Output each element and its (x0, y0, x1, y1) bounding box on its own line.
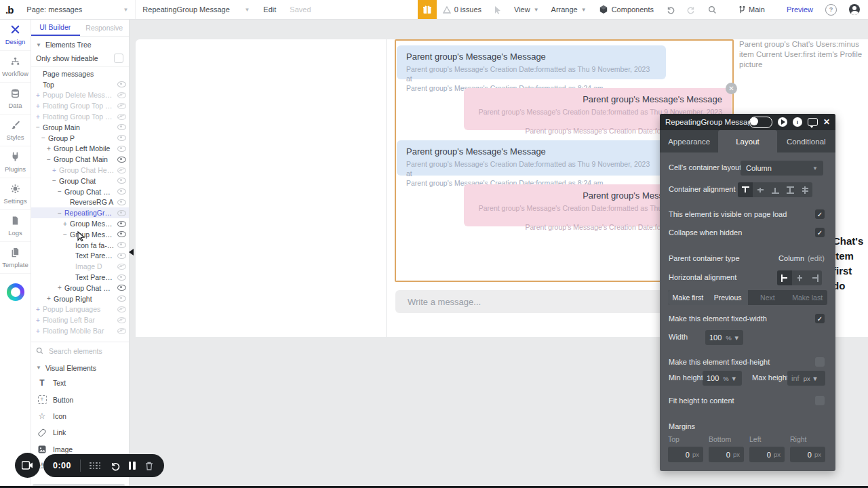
tree-item[interactable]: Top (31, 79, 129, 90)
visibility-eye-icon[interactable] (117, 167, 126, 174)
sidebar-item-styles[interactable]: Styles (0, 115, 31, 146)
visibility-eye-icon[interactable] (117, 221, 126, 227)
sidebar-item-data[interactable]: Data (0, 83, 31, 115)
expand-toggle-icon[interactable]: + (47, 145, 52, 152)
visibility-eye-icon[interactable] (117, 328, 126, 334)
expand-toggle-icon[interactable]: + (36, 327, 41, 335)
order-button-previous[interactable]: Previous (708, 290, 748, 305)
issues-indicator[interactable]: 0 issues (437, 0, 488, 19)
search-button[interactable] (702, 0, 723, 19)
visibility-eye-icon[interactable] (117, 124, 126, 130)
tree-item[interactable]: Text Parent gr... (31, 251, 129, 262)
close-icon[interactable]: ✕ (823, 117, 830, 127)
tree-item[interactable]: +Popup Delete Message (31, 90, 129, 101)
sidebar-item-plugins[interactable]: Plugins (0, 146, 31, 178)
order-button-make-first[interactable]: Make first (668, 290, 708, 305)
tree-item[interactable]: +Group Left Mobile (31, 144, 129, 155)
profile-picture-caption[interactable]: Parent group's Chat's Users:minus item C… (739, 39, 868, 70)
visibility-eye-icon[interactable] (117, 157, 126, 163)
tab-responsive[interactable]: Responsive (80, 19, 130, 36)
width-unit-dropdown[interactable]: % ▼ (726, 334, 740, 342)
expand-toggle-icon[interactable]: − (58, 188, 62, 195)
tree-item[interactable]: +Group Chat Header ... (31, 283, 129, 293)
tab-ui-builder[interactable]: UI Builder (31, 19, 80, 36)
expand-toggle-icon[interactable]: + (47, 295, 52, 302)
fixed-width-checkbox[interactable]: ✓ (815, 314, 825, 323)
visibility-eye-icon[interactable] (117, 178, 126, 184)
collapse-when-hidden-checkbox[interactable]: ✓ (815, 228, 825, 237)
play-icon[interactable] (778, 117, 787, 127)
sidebar-item-design[interactable]: Design (0, 19, 31, 51)
clipped-text-element[interactable]: Chat'sitemfirstdo (833, 234, 863, 293)
expand-toggle-icon[interactable]: − (36, 123, 41, 131)
tab-appearance[interactable]: Appearance (660, 130, 718, 152)
close-icon[interactable]: ✕ (726, 83, 737, 94)
visibility-eye-icon[interactable] (117, 135, 126, 141)
visibility-eye-icon[interactable] (117, 306, 126, 312)
palette-item-link[interactable]: Link (31, 424, 129, 441)
visibility-eye-icon[interactable] (117, 264, 126, 270)
elements-tree-header[interactable]: ▼ Elements Tree (31, 37, 129, 52)
halign-right-button[interactable] (807, 270, 822, 285)
trash-icon[interactable] (144, 461, 154, 471)
tree-item[interactable]: Image D (31, 261, 129, 272)
element-visibility-toggle[interactable] (749, 117, 772, 128)
tab-conditional[interactable]: Conditional (777, 130, 835, 152)
visibility-eye-icon[interactable] (117, 274, 126, 281)
tree-item[interactable]: +Group Message (31, 218, 129, 229)
min-height-input[interactable]: 100 % ▼ (703, 371, 742, 386)
tree-item[interactable]: −Group P (31, 133, 129, 144)
expand-toggle-icon[interactable]: − (58, 209, 62, 217)
visibility-eye-icon[interactable] (117, 296, 126, 302)
cell-layout-dropdown[interactable]: Column ▼ (741, 161, 823, 176)
gift-button[interactable] (418, 0, 437, 19)
palette-item-icon[interactable]: ☆Icon (31, 408, 129, 424)
sidebar-item-template[interactable]: Template (0, 242, 31, 274)
visibility-eye-icon[interactable] (117, 199, 126, 205)
palette-item-button[interactable]: +Button (31, 391, 129, 407)
margin-input[interactable]: 0px (749, 447, 785, 462)
pause-icon[interactable] (129, 462, 136, 470)
page-selector-dropdown[interactable]: Page: messages ▼ (20, 0, 135, 19)
account-button[interactable] (843, 0, 868, 19)
visibility-eye-icon[interactable] (117, 92, 126, 98)
expand-toggle-icon[interactable]: + (36, 92, 41, 99)
drag-grid-icon[interactable] (90, 462, 101, 470)
edit-menu[interactable]: Edit (256, 5, 283, 14)
expand-toggle-icon[interactable]: − (47, 156, 52, 163)
fixed-height-checkbox[interactable]: ✓ (815, 357, 825, 367)
help-button[interactable]: ? (819, 0, 843, 19)
expand-toggle-icon[interactable]: + (36, 317, 41, 324)
expand-toggle-icon[interactable]: − (52, 177, 57, 184)
tab-layout[interactable]: Layout (718, 130, 776, 152)
comment-icon[interactable] (808, 118, 818, 126)
expand-toggle-icon[interactable]: + (36, 113, 41, 121)
info-icon[interactable]: i (793, 117, 802, 127)
visual-elements-header[interactable]: ▼ Visual Elements (31, 360, 129, 375)
parent-container-edit-link[interactable]: (edit) (808, 254, 825, 262)
visibility-eye-icon[interactable] (117, 81, 126, 87)
tree-item[interactable]: Text Parent gr... (31, 272, 129, 283)
margin-input[interactable]: 0px (790, 447, 825, 462)
branch-selector[interactable]: Main (732, 0, 771, 19)
margin-input[interactable]: 0px (709, 447, 744, 462)
tree-item[interactable]: +Group Right (31, 293, 129, 304)
halign-left-button[interactable] (777, 270, 792, 285)
only-show-hideable-checkbox[interactable] (114, 54, 123, 63)
expand-toggle-icon[interactable]: + (36, 102, 41, 110)
visibility-eye-icon[interactable] (117, 253, 126, 259)
align-center-button[interactable] (753, 182, 768, 197)
message-bubble[interactable]: Parent group's Message's MessageParent g… (397, 140, 666, 176)
min-height-unit-dropdown[interactable]: % ▼ (723, 375, 737, 382)
margin-input[interactable]: 0px (668, 447, 703, 462)
restart-icon[interactable] (110, 461, 120, 471)
visibility-eye-icon[interactable] (117, 103, 126, 109)
panel-collapse-handle[interactable] (129, 249, 134, 256)
preview-button[interactable]: Preview (781, 0, 819, 19)
visibility-eye-icon[interactable] (117, 317, 126, 323)
message-bubble[interactable]: Parent group's Message's MessageParent g… (397, 45, 666, 79)
undo-button[interactable] (660, 0, 681, 19)
components-button[interactable]: Components (593, 0, 660, 19)
expand-toggle-icon[interactable]: + (52, 167, 57, 174)
expand-toggle-icon[interactable]: + (63, 220, 68, 228)
